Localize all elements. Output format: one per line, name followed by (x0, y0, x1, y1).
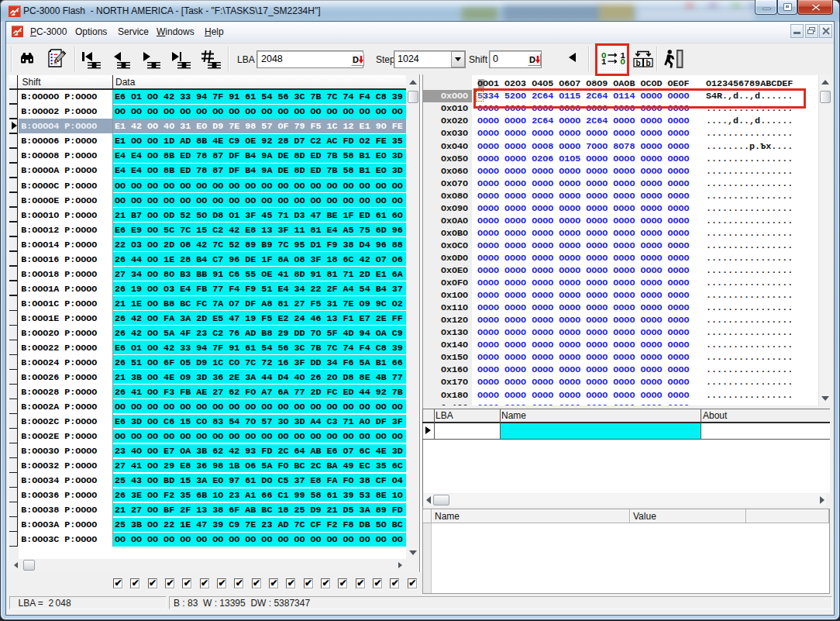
svg-text:O: O (620, 58, 625, 67)
svg-text:1: 1 (601, 58, 606, 67)
